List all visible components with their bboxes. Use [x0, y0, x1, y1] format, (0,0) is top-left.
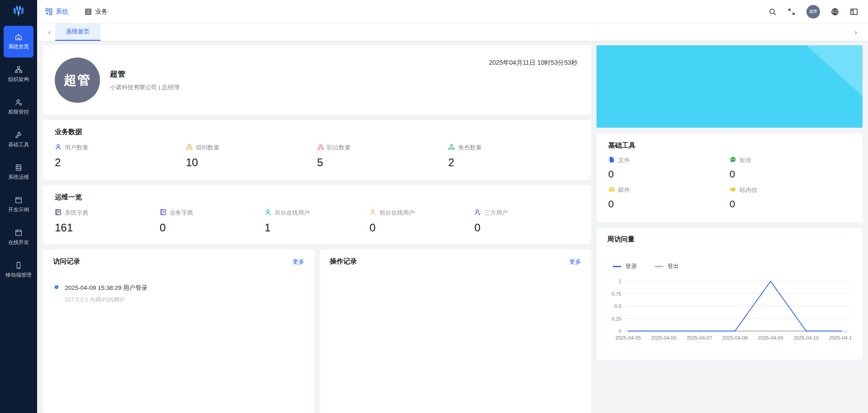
stat-label: 组织数量 [196, 144, 219, 152]
sidebar-item-dev-demo[interactable]: 开发示例 [4, 189, 33, 221]
stat-value: 0 [160, 221, 265, 234]
left-column: 超管 超管 小诺科技有限公司 | 总经理 2025年04月11日 10时53分5… [43, 45, 591, 413]
svg-text:2025-04-05: 2025-04-05 [615, 335, 641, 341]
sidebar-item-label: 在线开发 [8, 239, 29, 246]
svg-text:2025-04-09: 2025-04-09 [758, 335, 783, 341]
sidebar-item-label: 组织架构 [8, 76, 29, 83]
business-stats-card: 业务数据 用户数量 2 组织数量 10 职位数量 5 [43, 120, 591, 180]
tool-value: 0 [730, 198, 851, 210]
stat-value: 10 [186, 156, 317, 169]
svg-text:0.25: 0.25 [612, 316, 621, 322]
visit-log-more-link[interactable]: 更多 [293, 258, 305, 266]
stat-label: 文件 [618, 156, 630, 164]
profile-avatar: 超管 [55, 58, 100, 103]
tool-sms: 短信 0 [730, 156, 851, 180]
legend-item-login[interactable]: 登录 [613, 263, 637, 270]
tool-email: 邮件 0 [608, 186, 730, 210]
stat-label: 角色数量 [458, 144, 482, 152]
profile-info: 超管 小诺科技有限公司 | 总经理 [110, 69, 180, 91]
megaphone-icon [730, 186, 736, 194]
profile-subtitle: 小诺科技有限公司 | 总经理 [110, 83, 180, 91]
stat-label: 短信 [739, 156, 751, 164]
legend-label: 登出 [668, 263, 679, 270]
window-icon [14, 196, 23, 204]
svg-text:2025-04-11: 2025-04-11 [829, 335, 852, 341]
tabs-scroll-left-icon[interactable]: ‹ [43, 24, 55, 41]
timeline-item: 2025-04-09 15:38:29 用户登录 127.0.0.1 内网IP|… [55, 284, 305, 304]
current-datetime: 2025年04月11日 10时53分53秒 [489, 59, 577, 67]
sidebar-nav: 系统首页 组织架构 权限管控 基础工具 系统运维 开发示例 [0, 24, 37, 287]
panel-title: 操作记录 [330, 257, 357, 266]
stat-label: 业务字典 [170, 209, 193, 217]
stat-label: 前台在线用户 [379, 209, 415, 217]
sidebar-item-online-dev[interactable]: 在线开发 [4, 221, 33, 253]
timeline-dot [55, 285, 58, 289]
timeline-text: 2025-04-09 15:38:29 用户登录 [65, 284, 305, 292]
svg-text:0.5: 0.5 [615, 303, 621, 309]
weekly-visits-card: 周访问量 登录 登出 00.250.50.7512025-04-052025-0… [596, 228, 863, 360]
layout-settings-icon[interactable] [850, 8, 858, 16]
stat-label: 邮件 [618, 186, 630, 194]
stat-sys-dict: 系统字典 161 [55, 209, 160, 234]
section-title: 业务数据 [55, 128, 579, 136]
svg-text:2025-04-10: 2025-04-10 [793, 335, 819, 341]
page-tab-home[interactable]: 系统首页 [55, 24, 100, 41]
chart-title: 周访问量 [607, 235, 852, 244]
sidebar-item-tools[interactable]: 基础工具 [4, 124, 33, 155]
sidebar-item-permissions[interactable]: 权限管控 [4, 91, 33, 123]
tool-files: 文件 0 [608, 156, 730, 180]
section-title: 运维一览 [55, 193, 579, 202]
page-tabbar: ‹ 系统首页 › [37, 24, 868, 41]
svg-text:1: 1 [619, 279, 621, 284]
tabs-scroll-right-icon[interactable]: › [850, 24, 862, 41]
app-grid-icon [45, 8, 52, 15]
svg-text:2025-04-06: 2025-04-06 [651, 335, 677, 341]
stat-label: 系统字典 [65, 209, 88, 217]
language-globe-icon[interactable] [831, 8, 839, 16]
topnav-tab-business[interactable]: 业务 [85, 8, 108, 16]
legend-item-logout[interactable]: 登出 [655, 263, 679, 270]
server-icon [14, 163, 23, 172]
op-log-more-link[interactable]: 更多 [569, 258, 581, 266]
sidebar-item-home[interactable]: 系统首页 [4, 26, 33, 58]
timeline-detail: 127.0.0.1 内网IP|内网IP [65, 296, 305, 304]
main-area: 系统 业务 超管 [37, 0, 868, 413]
sidebar-item-ops[interactable]: 系统运维 [4, 156, 33, 188]
brand-logo[interactable] [0, 0, 37, 24]
line-chart: 00.250.50.7512025-04-052025-04-062025-04… [607, 275, 852, 355]
profile-name: 超管 [110, 69, 180, 79]
legend-label: 登录 [625, 263, 637, 270]
sidebar-item-label: 开发示例 [8, 206, 29, 213]
fullscreen-icon[interactable] [787, 8, 796, 16]
tool-value: 0 [608, 198, 730, 210]
tools-card: 基础工具 文件 0 短信 0 邮件 0 [596, 134, 863, 222]
dictionary-icon [55, 209, 62, 217]
panel-title: 访问记录 [53, 257, 80, 266]
stat-label: 职位数量 [327, 144, 351, 152]
tools-grid: 文件 0 短信 0 邮件 0 站内信 0 [608, 156, 851, 210]
right-column: 基础工具 文件 0 短信 0 邮件 0 [596, 45, 863, 413]
stat-value: 2 [55, 156, 186, 169]
stat-value: 0 [474, 221, 579, 234]
topnav-tab-system[interactable]: 系统 [45, 8, 68, 16]
stat-users: 用户数量 2 [55, 144, 186, 169]
business-stats-grid: 用户数量 2 组织数量 10 职位数量 5 角色数量 [55, 144, 579, 169]
stat-roles: 角色数量 2 [448, 144, 579, 169]
sidebar-item-mobile[interactable]: 移动端管理 [4, 254, 33, 286]
window-code-icon [14, 229, 23, 237]
sidebar-item-label: 基础工具 [8, 141, 29, 148]
records-row: 访问记录 更多 2025-04-09 15:38:29 用户登录 127.0.0… [43, 250, 591, 413]
online-user-icon [369, 209, 376, 217]
page-content: 超管 超管 小诺科技有限公司 | 总经理 2025年04月11日 10时53分5… [37, 41, 868, 413]
stat-biz-dict: 业务字典 0 [160, 209, 265, 234]
tool-message: 站内信 0 [730, 186, 851, 210]
promo-banner [596, 45, 863, 128]
stat-front-online: 前台在线用户 0 [369, 209, 474, 234]
legend-swatch [613, 266, 621, 267]
stat-positions: 职位数量 5 [317, 144, 448, 169]
sidebar-item-org[interactable]: 组织架构 [4, 58, 33, 90]
search-icon[interactable] [768, 8, 777, 16]
wrench-icon [14, 131, 23, 139]
user-avatar[interactable]: 超管 [806, 5, 820, 19]
sidebar-item-label: 系统首页 [8, 43, 29, 50]
